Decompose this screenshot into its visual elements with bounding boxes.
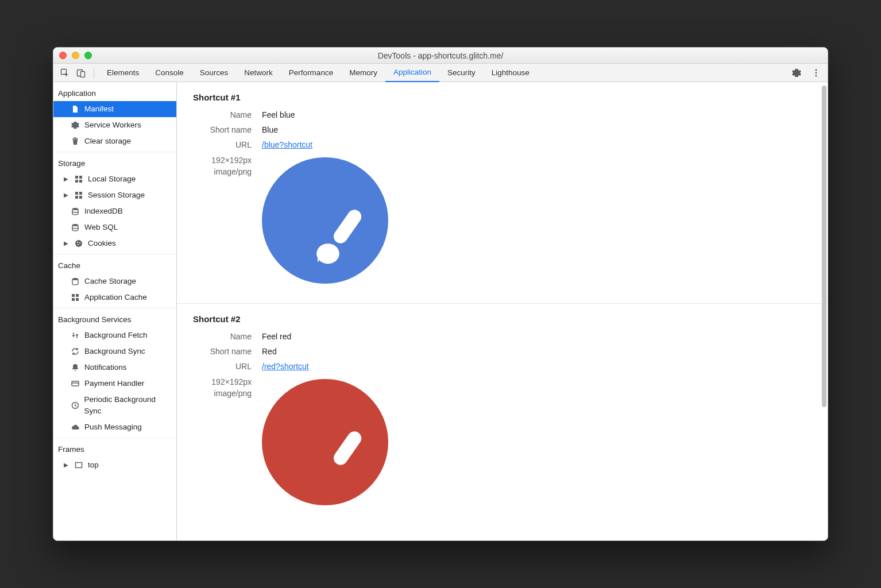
svg-rect-25 [72,381,79,386]
label-short-name: Short name [193,347,262,356]
svg-point-16 [75,240,82,247]
svg-rect-23 [72,298,75,301]
sidebar-item-local-storage[interactable]: ▶ Local Storage [53,171,176,187]
svg-point-19 [78,244,79,245]
svg-point-18 [79,242,80,243]
bell-icon [71,363,80,372]
svg-rect-9 [79,180,82,183]
titlebar: DevTools - app-shortcuts.glitch.me/ [53,48,828,64]
sidebar-item-indexeddb[interactable]: IndexedDB [53,203,176,219]
grid-icon [74,175,83,184]
fetch-icon [71,331,80,340]
label-url: URL [193,140,262,149]
svg-point-3 [816,69,817,71]
sidebar-item-label: Push Messaging [84,421,142,433]
sidebar-item-clear-storage[interactable]: Clear storage [53,133,176,149]
sidebar-item-background-fetch[interactable]: Background Fetch [53,327,176,343]
tab-performance[interactable]: Performance [281,64,341,82]
svg-rect-28 [331,207,364,246]
sidebar-item-background-sync[interactable]: Background Sync [53,343,176,359]
sidebar-item-service-workers[interactable]: Service Workers [53,117,176,133]
separator [94,67,94,79]
label-icon-meta: 192×192px image/png [193,377,262,399]
device-toolbar-icon[interactable] [73,65,89,81]
more-icon[interactable] [808,65,824,81]
shortcut-1: Shortcut #1 Name Feel blue Short name Bl… [177,82,828,304]
sidebar-item-session-storage[interactable]: ▶ Session Storage [53,187,176,203]
svg-rect-6 [75,176,78,179]
tab-application[interactable]: Application [385,64,439,82]
database-icon [71,207,80,216]
svg-rect-12 [75,196,78,199]
tab-elements[interactable]: Elements [99,64,147,82]
tab-console[interactable]: Console [147,64,192,82]
scrollbar-thumb[interactable] [822,86,826,407]
value-name: Feel red [262,332,291,341]
inspect-element-icon[interactable] [57,65,73,81]
tab-lighthouse[interactable]: Lighthouse [484,64,538,82]
svg-point-17 [77,242,78,243]
application-sidebar: Application Manifest Service Workers Cle… [53,82,177,540]
value-short-name: Red [262,347,277,356]
sync-icon [71,347,80,356]
tab-security[interactable]: Security [439,64,484,82]
svg-point-14 [72,208,78,210]
tab-sources[interactable]: Sources [192,64,237,82]
frame-icon [74,461,83,470]
manifest-panel: Shortcut #1 Name Feel blue Short name Bl… [177,82,828,540]
minimize-window-button[interactable] [72,52,79,59]
sidebar-item-websql[interactable]: Web SQL [53,219,176,235]
sidebar-section-background-services: Background Services [53,311,176,327]
sidebar-item-label: Cache Storage [84,276,136,287]
settings-icon[interactable] [789,65,805,81]
shortcut-url-link[interactable]: /red?shortcut [262,362,309,371]
svg-rect-13 [79,196,82,199]
manifest-icon [71,105,80,114]
sidebar-item-payment-handler[interactable]: Payment Handler [53,376,176,392]
sidebar-item-periodic-sync[interactable]: Periodic Background Sync [53,392,176,419]
shortcut-heading: Shortcut #1 [193,92,812,102]
sidebar-section-storage: Storage [53,154,176,171]
sidebar-item-label: Cookies [88,238,116,249]
trash-icon [71,137,80,146]
sidebar-item-label: Background Sync [84,346,145,357]
shortcut-icon-preview [262,379,388,505]
database-icon [71,277,80,286]
devtools-toolbar: Elements Console Sources Network Perform… [53,64,828,82]
sidebar-item-label: Session Storage [88,189,145,201]
svg-point-20 [72,278,78,280]
svg-rect-8 [75,180,78,183]
window-controls [59,52,92,59]
sidebar-item-application-cache[interactable]: Application Cache [53,289,176,305]
sidebar-item-push-messaging[interactable]: Push Messaging [53,419,176,435]
cloud-icon [71,423,80,432]
window-title: DevTools - app-shortcuts.glitch.me/ [53,51,828,60]
sidebar-item-label: Notifications [84,362,127,373]
sidebar-item-label: Application Cache [84,292,147,303]
zoom-window-button[interactable] [84,52,92,59]
sidebar-section-frames: Frames [53,440,176,457]
label-icon-meta: 192×192px image/png [193,155,262,177]
sidebar-item-manifest[interactable]: Manifest [53,101,176,117]
tab-memory[interactable]: Memory [341,64,385,82]
sidebar-item-cache-storage[interactable]: Cache Storage [53,273,176,289]
sidebar-item-label: Payment Handler [84,378,144,389]
expand-arrow-icon: ▶ [64,459,69,471]
sidebar-item-cookies[interactable]: ▶ Cookies [53,235,176,252]
tab-network[interactable]: Network [236,64,281,82]
devtools-window: DevTools - app-shortcuts.glitch.me/ Elem… [53,47,828,541]
value-name: Feel blue [262,110,295,119]
shortcut-url-link[interactable]: /blue?shortcut [262,140,312,149]
svg-rect-21 [72,294,75,297]
sidebar-item-top-frame[interactable]: ▶ top [53,457,176,473]
sidebar-item-notifications[interactable]: Notifications [53,359,176,376]
svg-point-4 [816,72,817,74]
close-window-button[interactable] [59,52,67,59]
svg-rect-11 [79,192,82,195]
brush-icon [309,204,372,268]
expand-arrow-icon: ▶ [64,173,69,185]
sidebar-item-label: IndexedDB [84,206,123,217]
label-short-name: Short name [193,125,262,134]
value-short-name: Blue [262,125,278,134]
svg-rect-10 [75,192,78,195]
